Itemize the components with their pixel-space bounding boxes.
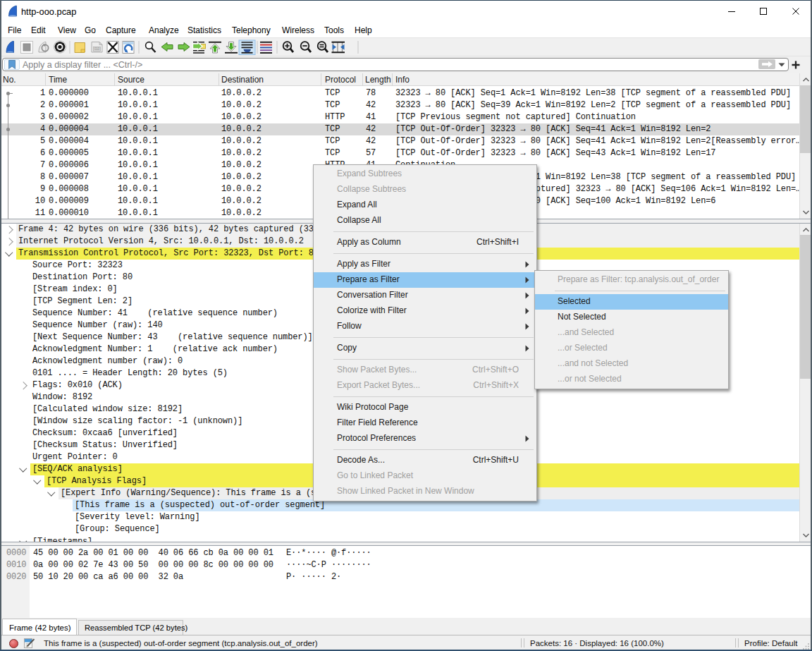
svg-text:010: 010 (94, 47, 100, 51)
